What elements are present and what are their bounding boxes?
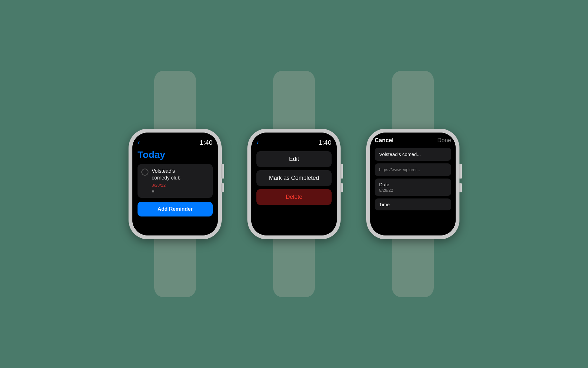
watch-screen-2: ‹ 1:40 Edit Mark as Completed Delete bbox=[251, 133, 337, 235]
time-display-1: 1:40 bbox=[200, 139, 213, 146]
time-field[interactable]: Time bbox=[375, 198, 451, 210]
watch-crown-bottom-3 bbox=[459, 183, 462, 192]
time-label: Time bbox=[379, 202, 447, 207]
watch-body-1: ‹ 1:40 Today Volstead'scomedy club 8/28/… bbox=[129, 129, 222, 239]
watch-screen-bezel-3: Cancel Done Volstead's comed... https://… bbox=[370, 133, 456, 235]
band-top-1 bbox=[154, 71, 196, 129]
reminder-checkbox[interactable] bbox=[141, 169, 148, 176]
delete-button[interactable]: Delete bbox=[256, 189, 332, 205]
watch-3: Cancel Done Volstead's comed... https://… bbox=[366, 71, 459, 297]
watch-crown-3 bbox=[459, 164, 462, 179]
done-button[interactable]: Done bbox=[437, 137, 451, 144]
reminder-date: 8/28/22 bbox=[152, 183, 209, 188]
band-top-2 bbox=[273, 71, 315, 129]
band-bottom-1 bbox=[154, 239, 196, 297]
reminder-title: Volstead'scomedy club bbox=[152, 168, 209, 181]
edit-button[interactable]: Edit bbox=[256, 151, 332, 167]
watch-1: ‹ 1:40 Today Volstead'scomedy club 8/28/… bbox=[129, 71, 222, 297]
time-display-2: 1:40 bbox=[318, 139, 332, 146]
url-field[interactable]: https://www.exploret... bbox=[375, 163, 451, 176]
notes-icon: ≡ bbox=[152, 189, 209, 194]
watch-2: ‹ 1:40 Edit Mark as Completed Delete bbox=[247, 71, 341, 297]
reminder-content: Volstead'scomedy club 8/28/22 ≡ bbox=[152, 168, 209, 194]
watch-crown-bottom-1 bbox=[221, 183, 224, 192]
screen1-title: Today bbox=[138, 149, 213, 160]
watch-crown-bottom-2 bbox=[340, 183, 343, 192]
screen2-content: ‹ 1:40 Edit Mark as Completed Delete bbox=[251, 133, 337, 235]
title-field[interactable]: Volstead's comed... bbox=[375, 148, 451, 161]
date-value: 8/28/22 bbox=[379, 188, 447, 193]
watch-screen-bezel-2: ‹ 1:40 Edit Mark as Completed Delete bbox=[251, 133, 337, 235]
band-top-3 bbox=[392, 71, 434, 129]
back-arrow-icon-1[interactable]: ‹ bbox=[138, 138, 140, 147]
screen1-content: ‹ 1:40 Today Volstead'scomedy club 8/28/… bbox=[132, 133, 218, 235]
watch-crown-2 bbox=[340, 164, 343, 179]
screen1-header: ‹ 1:40 bbox=[138, 138, 213, 147]
add-reminder-button[interactable]: Add Reminder bbox=[138, 202, 213, 216]
band-bottom-3 bbox=[392, 239, 434, 297]
date-field[interactable]: Date 8/28/22 bbox=[375, 179, 451, 196]
screen3-content: Cancel Done Volstead's comed... https://… bbox=[370, 133, 456, 235]
watch-body-2: ‹ 1:40 Edit Mark as Completed Delete bbox=[247, 129, 341, 239]
date-label: Date bbox=[379, 182, 447, 187]
watch-body-3: Cancel Done Volstead's comed... https://… bbox=[366, 129, 459, 239]
watch-screen-1: ‹ 1:40 Today Volstead'scomedy club 8/28/… bbox=[132, 133, 218, 235]
watch-crown-1 bbox=[221, 164, 224, 179]
watch-screen-3: Cancel Done Volstead's comed... https://… bbox=[370, 133, 456, 235]
mark-completed-button[interactable]: Mark as Completed bbox=[256, 170, 332, 186]
cancel-button[interactable]: Cancel bbox=[375, 137, 394, 144]
screen3-header: Cancel Done bbox=[375, 137, 451, 144]
band-bottom-2 bbox=[273, 239, 315, 297]
back-arrow-icon-2[interactable]: ‹ bbox=[256, 138, 259, 147]
watch-screen-bezel-1: ‹ 1:40 Today Volstead'scomedy club 8/28/… bbox=[132, 133, 218, 235]
reminder-card[interactable]: Volstead'scomedy club 8/28/22 ≡ bbox=[138, 164, 213, 198]
screen2-header: ‹ 1:40 bbox=[256, 138, 332, 147]
